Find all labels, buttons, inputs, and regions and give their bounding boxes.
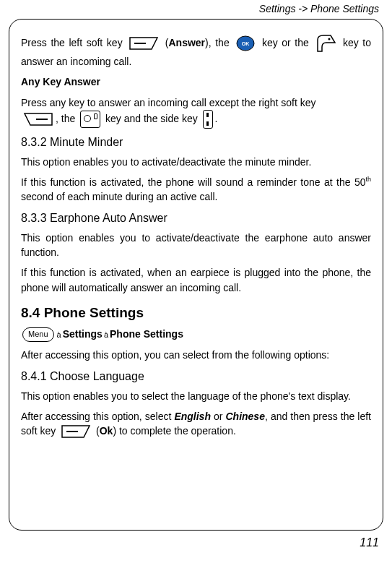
para-832-1: This option enables you to activate/deac… [21,155,371,169]
para-841-2: After accessing this option, select Engl… [21,409,371,439]
page-number-value: 111 [360,536,379,549]
text: ) to complete the operation. [113,425,235,437]
para-press-softkey: Press the left soft key (Answer), the OK… [21,33,371,69]
text: . [215,113,218,124]
page-content-frame: Press the left soft key (Answer), the OK… [9,19,383,531]
ok-label: Ok [100,425,113,437]
left-softkey-icon [61,424,91,439]
text: key or the [262,37,313,48]
left-softkey-icon [129,36,159,51]
para-833-2: If this function is activated, when an e… [21,265,371,295]
text: Press any key to answer an incoming call… [21,97,316,108]
para-84-1: After accessing this option, you can sel… [21,348,371,362]
text: If this function is activated, the phone… [21,176,365,188]
right-softkey-icon [23,112,53,126]
superscript: th [365,176,371,184]
para-832-2: If this function is activated, the phone… [21,175,371,205]
english-option: English [174,411,211,422]
any-key-answer-title: Any Key Answer [21,74,371,89]
header-breadcrumb: Settings -> Phone Settings [0,0,392,19]
nav-phone-settings: Phone Settings [110,328,183,340]
text: , the [56,113,78,124]
heading-833: 8.3.3 Earphone Auto Answer [21,212,371,225]
heading-832: 8.3.2 Minute Minder [21,136,371,149]
camera-key-icon [80,111,100,128]
page-number: 111 [0,531,392,549]
answer-label: Answer [169,37,206,48]
text: Press the left soft key [21,37,126,48]
heading-84: 8.4 Phone Settings [21,305,371,321]
breadcrumb-text: Settings -> Phone Settings [259,3,379,14]
arrow-icon: à [104,330,108,339]
text: second of each minute during an active c… [21,191,217,202]
arrow-icon: à [57,330,61,339]
chinese-option: Chinese [225,411,264,422]
nav-path: MenuàSettingsàPhone Settings [21,327,371,342]
text: After accessing this option, select [21,411,174,422]
para-any-key: Press any key to answer an incoming call… [21,95,371,129]
text: ), the [205,37,233,48]
nav-settings: Settings [63,328,103,340]
para-833-1: This option enables you to activate/deac… [21,231,371,260]
heading-841: 8.4.1 Choose Language [21,370,371,383]
text: or [211,411,226,422]
side-key-icon [203,110,213,129]
headset-key-icon [315,33,336,54]
svg-point-3 [328,38,331,40]
para-841-1: This option enables you to select the la… [21,389,371,403]
svg-text:OK: OK [242,41,250,46]
ok-key-icon: OK [235,35,256,52]
text: key and the side key [105,113,201,124]
menu-button-icon: Menu [22,327,54,342]
